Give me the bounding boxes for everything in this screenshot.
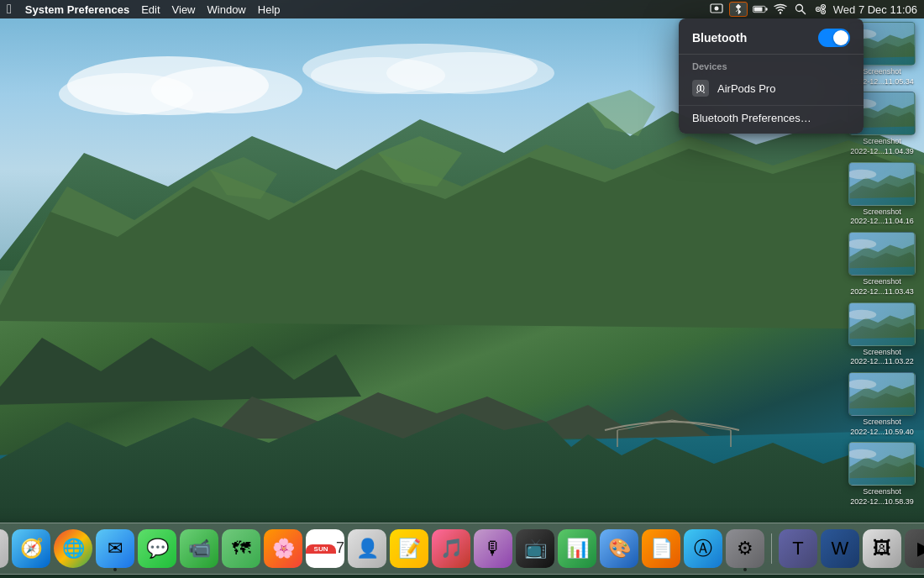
dock-item-mail[interactable]: ✉ — [96, 529, 134, 568]
bluetooth-icon[interactable] — [729, 2, 748, 17]
control-center-icon[interactable] — [813, 2, 828, 17]
svg-point-38 — [849, 380, 876, 390]
bt-device-name: AirPods Pro — [717, 82, 775, 95]
dock-item-podcasts[interactable]: 🎙 — [474, 529, 512, 568]
dock-item-word[interactable]: W — [821, 529, 859, 568]
svg-point-32 — [849, 169, 876, 179]
screenshot-label-4: Screenshot2022-12...11.03.22 — [850, 348, 914, 367]
screenshot-item-3[interactable]: Screenshot2022-12...11.03.43 — [843, 232, 921, 297]
svg-point-23 — [697, 85, 701, 92]
spotlight-icon[interactable] — [793, 2, 808, 17]
dock-item-contacts[interactable]: 👤 — [348, 529, 386, 568]
dock-item-photos[interactable]: 🌸 — [264, 529, 302, 568]
svg-point-5 — [311, 57, 445, 94]
menu-help[interactable]: Help — [258, 3, 281, 16]
dock-item-messages[interactable]: 💬 — [138, 529, 176, 568]
svg-point-2 — [59, 73, 193, 115]
dock-item-maps[interactable]: 🗺 — [222, 529, 260, 568]
svg-point-36 — [849, 309, 876, 319]
datetime[interactable]: Wed 7 Dec 11:06 — [833, 3, 917, 16]
svg-rect-37 — [850, 373, 915, 397]
dock-item-pages[interactable]: 📄 — [642, 529, 680, 568]
screenshot-item-6[interactable]: Screenshot2022-12...10.58.39 — [843, 442, 921, 507]
screenshot-thumb-5 — [848, 372, 916, 416]
dock-item-numbers[interactable]: 📊 — [558, 529, 596, 568]
dock-item-music[interactable]: 🎵 — [432, 529, 470, 568]
dock-item-more[interactable]: ▶ — [905, 529, 924, 568]
screenshot-label-5: Screenshot2022-12...10.59.40 — [850, 418, 914, 437]
screenshot-thumb-6 — [848, 442, 916, 486]
screenshot-label-3: Screenshot2022-12...11.03.43 — [850, 277, 914, 297]
svg-rect-12 — [753, 8, 762, 12]
battery-icon[interactable] — [753, 2, 768, 17]
screenshot-item-2[interactable]: Screenshot2022-12...11.04.16 — [843, 162, 921, 227]
menubar-right: Wed 7 Dec 11:06 — [709, 2, 917, 17]
svg-point-21 — [822, 6, 824, 8]
desktop:  System Preferences Edit View Window He… — [0, 0, 924, 578]
svg-rect-13 — [765, 8, 767, 10]
svg-point-14 — [780, 12, 781, 13]
bt-section-label: Devices — [679, 55, 864, 75]
bt-device-airpods[interactable]: AirPods Pro — [679, 75, 864, 102]
svg-point-34 — [849, 239, 876, 250]
dock-active-dot — [743, 568, 747, 571]
menu-view[interactable]: View — [172, 3, 196, 16]
airpods-icon — [692, 80, 709, 97]
svg-line-16 — [801, 11, 805, 14]
svg-rect-31 — [850, 163, 915, 187]
svg-point-3 — [151, 66, 302, 113]
svg-point-20 — [817, 8, 819, 10]
svg-point-40 — [849, 449, 876, 460]
apple-menu[interactable]:  — [7, 2, 12, 17]
dock-item-safari[interactable]: 🧭 — [12, 529, 50, 568]
bt-preferences-button[interactable]: Bluetooth Preferences… — [679, 105, 864, 130]
screenshot-label-2: Screenshot2022-12...11.04.16 — [850, 208, 914, 227]
menubar-left:  System Preferences Edit View Window He… — [7, 2, 281, 17]
svg-point-4 — [302, 44, 538, 94]
svg-point-1 — [67, 56, 269, 115]
dock-item-calendar[interactable]: SUN7 — [306, 529, 344, 568]
dock-item-teams[interactable]: T — [779, 529, 817, 568]
app-name[interactable]: System Preferences — [25, 3, 129, 16]
svg-rect-39 — [850, 443, 915, 467]
screenshot-thumb-3 — [848, 232, 916, 276]
screenshot-item-5[interactable]: Screenshot2022-12...10.59.40 — [843, 372, 921, 437]
wifi-icon[interactable] — [773, 2, 788, 17]
dock-item-notes[interactable]: 📝 — [390, 529, 428, 568]
dock-item-appstore[interactable]: Ⓐ — [684, 529, 722, 568]
screenshot-thumb-4 — [848, 302, 916, 346]
svg-point-22 — [822, 11, 824, 13]
dock-item-chrome[interactable]: 🌐 — [54, 529, 92, 568]
dock: 🔵⬛🧭🌐✉💬📹🗺🌸SUN7👤📝🎵🎙📺📊🎨📄Ⓐ⚙TW🖼▶🗑 — [0, 523, 924, 575]
dock-separator — [771, 533, 772, 564]
dock-item-facetime[interactable]: 📹 — [180, 529, 218, 568]
dock-item-preview[interactable]: 🖼 — [863, 529, 901, 568]
dock-item-sysprefs[interactable]: ⚙ — [726, 529, 764, 568]
screenshot-item-4[interactable]: Screenshot2022-12...11.03.22 — [843, 302, 921, 367]
svg-point-6 — [386, 52, 554, 94]
bluetooth-header: Bluetooth — [679, 18, 864, 54]
dock-active-dot — [113, 568, 117, 571]
screenshot-thumb-2 — [848, 162, 916, 206]
svg-point-10 — [714, 7, 718, 11]
bluetooth-dropdown: Bluetooth Devices AirPods Pro Bluetooth … — [679, 18, 864, 134]
bluetooth-toggle[interactable] — [818, 29, 850, 47]
bluetooth-title: Bluetooth — [692, 31, 747, 45]
menu-edit[interactable]: Edit — [141, 3, 160, 16]
dock-item-launchpad[interactable]: ⬛ — [0, 529, 8, 568]
svg-point-24 — [701, 85, 704, 92]
svg-rect-33 — [850, 233, 915, 257]
dock-item-keynote[interactable]: 🎨 — [600, 529, 638, 568]
bluetooth-toggle-knob — [833, 30, 848, 45]
dock-item-appletv[interactable]: 📺 — [516, 529, 554, 568]
menubar:  System Preferences Edit View Window He… — [0, 0, 924, 18]
screenshot-label-1: Screenshot2022-12...11.04.39 — [850, 137, 914, 156]
menu-window[interactable]: Window — [207, 3, 246, 16]
screenshot-label-6: Screenshot2022-12...10.58.39 — [850, 487, 914, 507]
svg-rect-35 — [850, 303, 915, 328]
screen-record-icon[interactable] — [709, 2, 724, 17]
